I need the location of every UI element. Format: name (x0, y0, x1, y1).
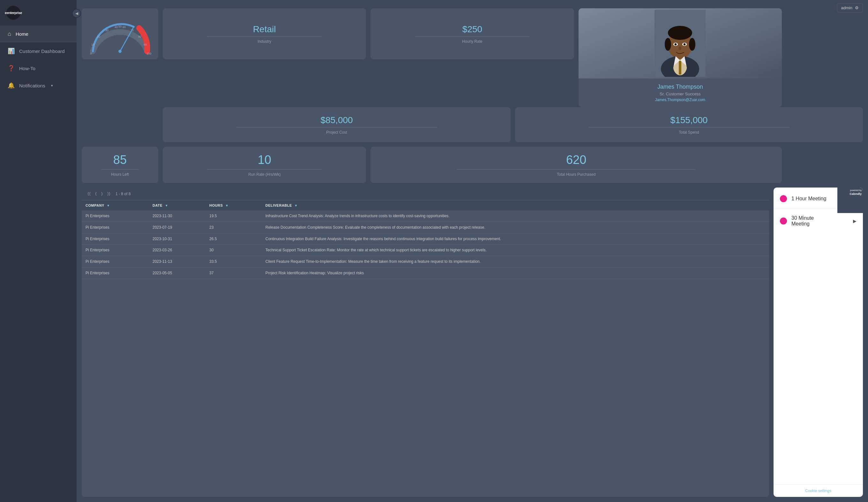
calendly-card: powered by Calendly 1 Hour Meeting ▶ 30 … (774, 188, 863, 497)
table-cell-deliverable: Continuous Integration Build Failure Ana… (262, 233, 769, 244)
table-cell-company: Pi Enterprises (82, 256, 149, 268)
sidebar-logo: eenterprise (0, 0, 76, 25)
sidebar-item-customer-dashboard[interactable]: 📊 Customer Dashboard (0, 42, 76, 60)
cookie-settings-link[interactable]: Cookie settings (774, 484, 863, 497)
svg-point-19 (668, 26, 692, 40)
svg-point-24 (675, 43, 677, 45)
gauge-card: 0 10 20 30 40 50 60 70 80 90 100 (82, 8, 158, 59)
admin-label: admin (841, 6, 852, 10)
person-email: James.Thompson@Zuar.com (655, 97, 705, 102)
total-spend-label: Total Spend (679, 130, 699, 135)
total-spend-value: $155,000 (671, 115, 708, 125)
admin-button[interactable]: admin ⚙ (837, 3, 863, 12)
table-row: Pi Enterprises 2023-03-26 30 Technical S… (82, 244, 769, 256)
table-row: Pi Enterprises 2023-05-05 37 Project Ris… (82, 267, 769, 279)
run-rate-value: 10 (258, 153, 271, 167)
sidebar-collapse-button[interactable]: ◀ (72, 9, 81, 18)
person-title: Sr. Customer Success (655, 92, 705, 96)
svg-text:30: 30 (105, 29, 108, 32)
table-cell-date: 2023-11-13 (149, 256, 206, 268)
industry-card: Retail Industry (163, 8, 366, 59)
table-prev-page-button[interactable]: ⟨ (94, 191, 98, 197)
company-filter-icon[interactable]: ▼ (106, 204, 110, 207)
hours-left-value: 85 (113, 153, 127, 167)
sidebar-item-how-to[interactable]: ❓ How-To (0, 60, 76, 77)
table-cell-deliverable: Project Risk Identification Heatmap: Vis… (262, 267, 769, 279)
sidebar-item-customer-dashboard-label: Customer Dashboard (19, 49, 65, 54)
person-info: James Thompson Sr. Customer Success Jame… (650, 79, 711, 107)
date-filter-icon[interactable]: ▼ (165, 204, 168, 207)
table-cell-company: Pi Enterprises (82, 210, 149, 222)
deliverable-filter-icon[interactable]: ▼ (294, 204, 297, 207)
logo-icon: eenterprise (7, 6, 20, 20)
total-spend-card: $155,000 Total Spend (515, 107, 863, 142)
table-cell-company: Pi Enterprises (82, 267, 149, 279)
svg-point-26 (679, 46, 681, 50)
svg-rect-16 (679, 60, 681, 75)
sidebar-nav: ⌂ Home 📊 Customer Dashboard ❓ How-To 🔔 N… (0, 25, 76, 502)
sidebar-item-notifications-label: Notifications (19, 83, 45, 88)
table-last-page-button[interactable]: ⟩⟩ (106, 191, 112, 197)
project-cost-value: $85,000 (320, 115, 353, 125)
table-toolbar: ⟨⟨ ⟨ ⟩ ⟩⟩ 1 - 8 of 8 (82, 188, 769, 200)
table-cell-company: Pi Enterprises (82, 233, 149, 244)
col-hours-label: HOURS (209, 203, 223, 207)
col-hours[interactable]: HOURS ▼ (206, 200, 262, 210)
table-cell-date: 2023-03-26 (149, 244, 206, 256)
chart-icon: 📊 (8, 48, 15, 54)
svg-point-21 (689, 38, 695, 51)
svg-text:50: 50 (118, 25, 122, 28)
run-rate-card: 10 Run Rate (Hrs/Wk) (163, 147, 366, 183)
thirty-min-meeting-label: 30 MinuteMeeting (792, 215, 848, 227)
deliverables-table: COMPANY ▼ DATE ▼ HOURS ▼ (82, 200, 769, 279)
svg-text:10: 10 (91, 43, 94, 46)
bell-icon: 🔔 (8, 82, 15, 89)
col-company-label: COMPANY (85, 203, 104, 207)
sidebar: eenterprise ⌂ Home 📊 Customer Dashboard … (0, 0, 76, 502)
table-cell-hours: 33.5 (206, 256, 262, 268)
deliverables-table-card: ⟨⟨ ⟨ ⟩ ⟩⟩ 1 - 8 of 8 COMPANY ▼ (82, 188, 769, 497)
total-hours-value: 620 (566, 153, 586, 167)
col-date-label: DATE (153, 203, 163, 207)
table-row: Pi Enterprises 2023-07-19 23 Release Doc… (82, 222, 769, 233)
table-cell-hours: 23 (206, 222, 262, 233)
table-cell-deliverable: Release Documentation Completeness Score… (262, 222, 769, 233)
table-pagination: 1 - 8 of 8 (115, 192, 131, 196)
col-deliverable-label: DELIVERABLE (266, 203, 292, 207)
table-cell-deliverable: Infrastructure Cost Trend Analysis: Anal… (262, 210, 769, 222)
notifications-dropdown-icon: ▾ (51, 84, 53, 88)
home-icon: ⌂ (8, 31, 11, 37)
project-cost-label: Project Cost (326, 130, 347, 135)
table-cell-date: 2023-11-30 (149, 210, 206, 222)
table-cell-deliverable: Client Feature Request Time-to-Implement… (262, 256, 769, 268)
person-name: James Thompson (655, 84, 705, 90)
thirty-min-meeting-option[interactable]: 30 MinuteMeeting ▶ (780, 215, 857, 227)
table-cell-company: Pi Enterprises (82, 244, 149, 256)
sidebar-item-home[interactable]: ⌂ Home (0, 25, 76, 42)
bottom-section: ⟨⟨ ⟨ ⟩ ⟩⟩ 1 - 8 of 8 COMPANY ▼ (82, 188, 863, 497)
col-deliverable[interactable]: DELIVERABLE ▼ (262, 200, 769, 210)
hours-left-card: 85 Hours Left (82, 147, 158, 183)
table-cell-hours: 30 (206, 244, 262, 256)
table-first-page-button[interactable]: ⟨⟨ (86, 191, 92, 197)
col-date[interactable]: DATE ▼ (149, 200, 206, 210)
hourly-rate-label: Hourly Rate (462, 39, 482, 44)
thirty-min-meeting-arrow: ▶ (853, 219, 857, 223)
question-icon: ❓ (8, 65, 15, 72)
person-card: James Thompson Sr. Customer Success Jame… (579, 8, 782, 107)
sidebar-item-notifications[interactable]: 🔔 Notifications ▾ (0, 77, 76, 94)
svg-point-25 (683, 43, 686, 45)
total-hours-card: 620 Total Hours Purchased (371, 147, 782, 183)
col-company[interactable]: COMPANY ▼ (82, 200, 149, 210)
hours-filter-icon[interactable]: ▼ (225, 204, 228, 207)
table-cell-hours: 19.5 (206, 210, 262, 222)
table-next-page-button[interactable]: ⟩ (100, 191, 104, 197)
person-avatar-svg (654, 10, 705, 77)
gear-icon: ⚙ (855, 6, 859, 10)
powered-by-label: powered by (849, 189, 861, 192)
table-row: Pi Enterprises 2023-11-30 19.5 Infrastru… (82, 210, 769, 222)
person-photo (579, 8, 782, 79)
table-wrapper[interactable]: COMPANY ▼ DATE ▼ HOURS ▼ (82, 200, 769, 497)
svg-text:80: 80 (138, 35, 141, 38)
table-cell-date: 2023-10-31 (149, 233, 206, 244)
